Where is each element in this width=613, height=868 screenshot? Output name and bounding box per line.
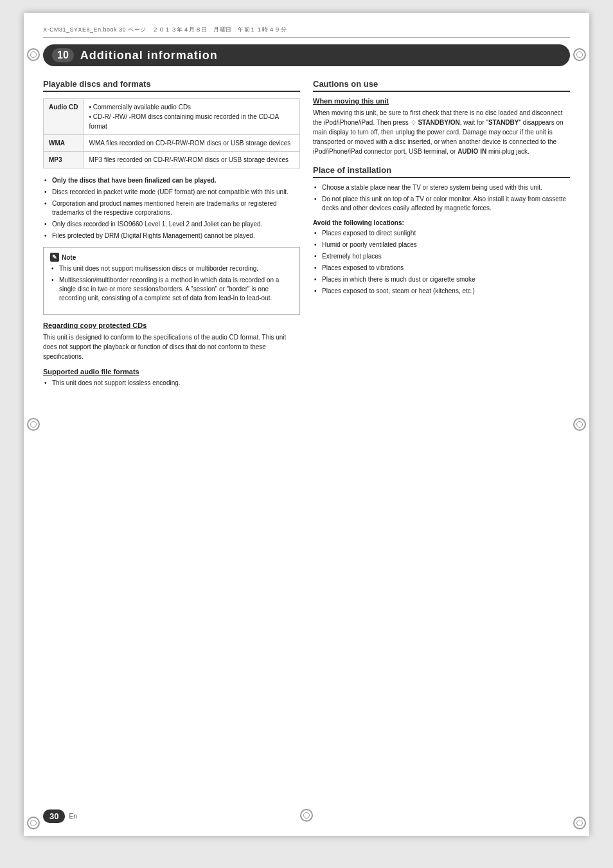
- chapter-title: Additional information: [80, 49, 218, 62]
- playable-section-title: Playable discs and formats: [43, 79, 300, 92]
- list-item: Only discs recorded in ISO9660 Level 1, …: [43, 220, 300, 229]
- supported-audio-title: Supported audio file formats: [43, 368, 300, 375]
- top-bar: X-CM31_SYXE8_En.book 30 ページ ２０１３年４月８日 月曜…: [43, 26, 570, 38]
- installation-title: Place of installation: [313, 165, 570, 178]
- copy-protected-title: Regarding copy protected CDs: [43, 321, 300, 329]
- list-item: Discs recorded in packet write mode (UDF…: [43, 188, 300, 197]
- avoid-title: Avoid the following locations:: [313, 219, 570, 226]
- list-item: Places exposed to direct sunlight: [313, 229, 570, 238]
- table-cell-desc: MP3 files recorded on CD-R/-RW/-ROM disc…: [84, 152, 299, 168]
- note-box: ✎ Note This unit does not support multis…: [43, 247, 300, 315]
- corner-ornament-tr: [573, 48, 586, 61]
- corner-ornament-ml: [27, 418, 40, 431]
- table-cell-label: WMA: [44, 135, 84, 152]
- list-item: Humid or poorly ventilated places: [313, 240, 570, 249]
- content-area: Playable discs and formats Audio CD • Co…: [43, 79, 570, 394]
- table-cell-desc: WMA files recorded on CD-R/-RW/-ROM disc…: [84, 135, 299, 152]
- cautions-title: Cautions on use: [313, 79, 570, 92]
- moving-title: When moving this unit: [313, 97, 570, 105]
- chapter-number: 10: [52, 48, 74, 62]
- list-item: Places in which there is much dust or ci…: [313, 275, 570, 284]
- table-row: WMA WMA files recorded on CD-R/-RW/-ROM …: [44, 135, 300, 152]
- right-column: Cautions on use When moving this unit Wh…: [313, 79, 570, 394]
- note-title: ✎ Note: [50, 253, 293, 262]
- list-item: This unit does not support multisession …: [50, 264, 293, 273]
- corner-ornament-tl: [27, 48, 40, 61]
- list-item: Files protected by DRM (Digital Rights M…: [43, 231, 300, 240]
- file-info: X-CM31_SYXE8_En.book 30 ページ ２０１３年４月８日 月曜…: [43, 26, 287, 34]
- chapter-header: 10 Additional information: [43, 44, 570, 66]
- table-row: MP3 MP3 files recorded on CD-R/-RW/-ROM …: [44, 152, 300, 168]
- page-lang: En: [69, 813, 76, 820]
- list-item: Places exposed to vibrations: [313, 264, 570, 273]
- corner-ornament-mr: [573, 418, 586, 431]
- list-item: This unit does not support lossless enco…: [43, 379, 300, 388]
- page-container: X-CM31_SYXE8_En.book 30 ページ ２０１３年４月８日 月曜…: [24, 13, 589, 836]
- list-item: Extremely hot places: [313, 252, 570, 261]
- page-number: 30: [43, 809, 65, 823]
- page-footer: 30 En: [43, 809, 77, 823]
- bottom-center-ornament: [300, 809, 313, 822]
- table-cell-label: MP3: [44, 152, 84, 168]
- table-row: Audio CD • Commercially available audio …: [44, 99, 300, 135]
- list-item: Choose a stable place near the TV or ste…: [313, 183, 570, 192]
- playable-bullets: Only the discs that have been finalized …: [43, 176, 300, 240]
- list-item: Corporation and product names mentioned …: [43, 199, 300, 217]
- copy-protected-text: This unit is designed to conform to the …: [43, 332, 300, 361]
- left-column: Playable discs and formats Audio CD • Co…: [43, 79, 300, 394]
- corner-ornament-br: [573, 817, 586, 829]
- supported-audio-bullets: This unit does not support lossless enco…: [43, 379, 300, 388]
- list-item: Do not place this unit on top of a TV or…: [313, 195, 570, 213]
- list-item: Multisession/multiborder recording is a …: [50, 276, 293, 303]
- note-bullets: This unit does not support multisession …: [50, 264, 293, 303]
- format-table: Audio CD • Commercially available audio …: [43, 98, 300, 168]
- list-item: Only the discs that have been finalized …: [43, 176, 300, 185]
- table-cell-label: Audio CD: [44, 99, 84, 135]
- note-icon: ✎: [50, 253, 59, 262]
- table-cell-desc: • Commercially available audio CDs • CD-…: [84, 99, 299, 135]
- list-item: Places exposed to soot, steam or heat (k…: [313, 287, 570, 296]
- moving-text: When moving this unit, be sure to first …: [313, 108, 570, 156]
- avoid-bullets: Places exposed to direct sunlight Humid …: [313, 229, 570, 296]
- installation-bullets: Choose a stable place near the TV or ste…: [313, 183, 570, 213]
- corner-ornament-bl: [27, 817, 40, 829]
